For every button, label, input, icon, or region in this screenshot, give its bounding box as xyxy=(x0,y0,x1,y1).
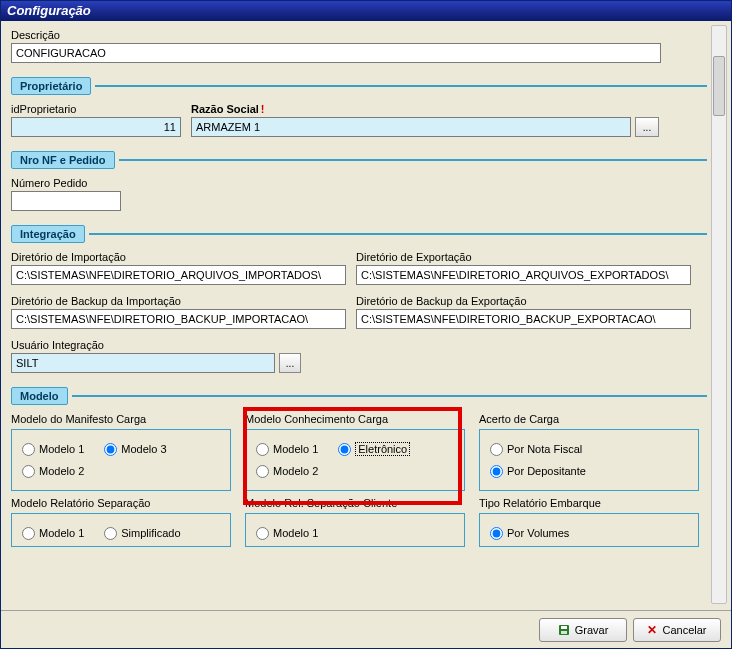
rel-sep-cli-title: Modelo Rel. Separação Cliente xyxy=(245,497,465,509)
dir-bkexport-label: Diretório de Backup da Exportação xyxy=(356,295,691,307)
dir-import-label: Diretório de Importação xyxy=(11,251,346,263)
radio-conhec-eletronico[interactable]: Eletrônico xyxy=(338,442,410,456)
group-rel-sep: Modelo Relatório Separação Modelo 1 Simp… xyxy=(11,497,231,547)
models-row-1: Modelo do Manifesto Carga Modelo 1 Model… xyxy=(11,413,707,491)
section-proprietario: Proprietário idProprietario Razão Social… xyxy=(11,77,707,137)
radio-relsep-1[interactable]: Modelo 1 xyxy=(22,527,84,540)
section-header-nronf: Nro NF e Pedido xyxy=(11,151,707,169)
svg-rect-2 xyxy=(561,631,567,634)
usuario-lookup-button[interactable]: ... xyxy=(279,353,301,373)
tipo-emb-box: Por Volumes xyxy=(479,513,699,547)
section-header-modelo: Modelo xyxy=(11,387,707,405)
usuario-integracao-label: Usuário Integração xyxy=(11,339,301,351)
section-modelo: Modelo Modelo do Manifesto Carga Modelo … xyxy=(11,387,707,547)
cancelar-button[interactable]: ✕ Cancelar xyxy=(633,618,721,642)
svg-rect-1 xyxy=(561,626,567,629)
group-rel-sep-cli: Modelo Rel. Separação Cliente Modelo 1 xyxy=(245,497,465,547)
dir-import-input[interactable] xyxy=(11,265,346,285)
radio-manifesto-2[interactable]: Modelo 2 xyxy=(22,465,84,478)
descricao-input[interactable] xyxy=(11,43,661,63)
section-tag-nronf: Nro NF e Pedido xyxy=(11,151,115,169)
rel-sep-cli-box: Modelo 1 xyxy=(245,513,465,547)
razao-input[interactable] xyxy=(191,117,631,137)
radio-acerto-dep[interactable]: Por Depositante xyxy=(490,465,586,478)
save-icon xyxy=(558,624,570,636)
idproprietario-label: idProprietario xyxy=(11,103,181,115)
dir-bkimport-input[interactable] xyxy=(11,309,346,329)
radio-manifesto-3[interactable]: Modelo 3 xyxy=(104,443,166,456)
group-conhecimento: Modelo Conhecimento Carga Modelo 1 Eletr… xyxy=(245,413,465,491)
footer-bar: Gravar ✕ Cancelar xyxy=(1,610,731,648)
window-titlebar: Configuração xyxy=(1,1,731,21)
content-area: Descrição Proprietário idProprietario xyxy=(1,21,731,608)
radio-conhec-2[interactable]: Modelo 2 xyxy=(256,465,318,478)
section-line xyxy=(119,159,707,161)
group-manifesto: Modelo do Manifesto Carga Modelo 1 Model… xyxy=(11,413,231,491)
section-line xyxy=(72,395,708,397)
section-tag-integracao: Integração xyxy=(11,225,85,243)
group-acerto: Acerto de Carga Por Nota Fiscal Por Depo… xyxy=(479,413,699,491)
radio-manifesto-1[interactable]: Modelo 1 xyxy=(22,443,84,456)
dir-bkexport-input[interactable] xyxy=(356,309,691,329)
section-line xyxy=(95,85,707,87)
vertical-scrollbar[interactable] xyxy=(711,25,727,604)
idproprietario-input[interactable] xyxy=(11,117,181,137)
section-tag-modelo: Modelo xyxy=(11,387,68,405)
acerto-box: Por Nota Fiscal Por Depositante xyxy=(479,429,699,491)
numero-pedido-label: Número Pedido xyxy=(11,177,121,189)
cancel-icon: ✕ xyxy=(647,623,657,637)
rel-sep-title: Modelo Relatório Separação xyxy=(11,497,231,509)
usuario-integracao-input[interactable] xyxy=(11,353,275,373)
radio-tipoemb-vol[interactable]: Por Volumes xyxy=(490,527,569,540)
radio-relsepcli-1[interactable]: Modelo 1 xyxy=(256,527,318,540)
scrollbar-thumb[interactable] xyxy=(713,56,725,116)
rel-sep-box: Modelo 1 Simplificado xyxy=(11,513,231,547)
descricao-block: Descrição xyxy=(11,29,707,63)
radio-acerto-nf[interactable]: Por Nota Fiscal xyxy=(490,443,582,456)
scroll-area: Descrição Proprietário idProprietario xyxy=(1,21,731,608)
dir-bkimport-label: Diretório de Backup da Importação xyxy=(11,295,346,307)
razao-lookup-button[interactable]: ... xyxy=(635,117,659,137)
dir-export-input[interactable] xyxy=(356,265,691,285)
window-title: Configuração xyxy=(7,3,91,18)
models-row-2: Modelo Relatório Separação Modelo 1 Simp… xyxy=(11,497,707,547)
section-line xyxy=(89,233,707,235)
razao-label: Razão Social! xyxy=(191,103,707,115)
required-icon: ! xyxy=(261,103,265,115)
manifesto-title: Modelo do Manifesto Carga xyxy=(11,413,231,425)
acerto-title: Acerto de Carga xyxy=(479,413,699,425)
section-header-proprietario: Proprietário xyxy=(11,77,707,95)
numero-pedido-input[interactable] xyxy=(11,191,121,211)
manifesto-box: Modelo 1 Modelo 3 Modelo 2 xyxy=(11,429,231,491)
section-nronf: Nro NF e Pedido Número Pedido xyxy=(11,151,707,211)
descricao-label: Descrição xyxy=(11,29,707,41)
group-tipo-emb: Tipo Relatório Embarque Por Volumes xyxy=(479,497,699,547)
radio-relsep-simp[interactable]: Simplificado xyxy=(104,527,180,540)
conhecimento-box: Modelo 1 Eletrônico Modelo 2 xyxy=(245,429,465,491)
tipo-emb-title: Tipo Relatório Embarque xyxy=(479,497,699,509)
config-window: Configuração Descrição Proprietário idPr… xyxy=(0,0,732,649)
conhecimento-title: Modelo Conhecimento Carga xyxy=(245,413,465,425)
section-header-integracao: Integração xyxy=(11,225,707,243)
radio-conhec-1[interactable]: Modelo 1 xyxy=(256,443,318,456)
section-integracao: Integração Diretório de Importação Diret… xyxy=(11,225,707,373)
gravar-button[interactable]: Gravar xyxy=(539,618,627,642)
section-tag-proprietario: Proprietário xyxy=(11,77,91,95)
dir-export-label: Diretório de Exportação xyxy=(356,251,691,263)
